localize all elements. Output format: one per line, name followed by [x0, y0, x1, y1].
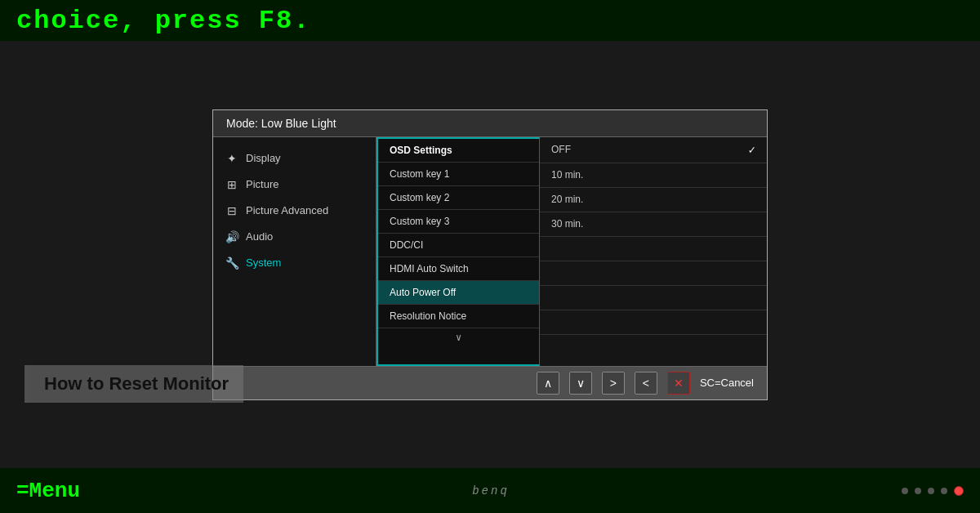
- sidebar-item-picture[interactable]: ⊞ Picture: [213, 172, 376, 198]
- submenu-hdmi-auto-switch[interactable]: HDMI Auto Switch: [378, 257, 539, 281]
- submenu-auto-power-off[interactable]: Auto Power Off: [378, 281, 539, 305]
- osd-content: ✦ Display ⊞ Picture ⊟ Picture Advanced 🔊…: [213, 137, 767, 366]
- audio-icon: 🔊: [225, 230, 239, 243]
- osd-header: Mode: Low Blue Light: [213, 110, 767, 137]
- osd-nav: ∧ ∨ > < ✕ SC=Cancel: [213, 366, 767, 399]
- sidebar-label-picture: Picture: [246, 178, 278, 190]
- picture-advanced-icon: ⊟: [225, 204, 239, 217]
- value-row-off: OFF ✓: [540, 137, 767, 163]
- value-row-20min: 20 min.: [540, 188, 767, 212]
- bottom-bar: =Menu benq: [0, 468, 980, 513]
- value-text-10min: 10 min.: [551, 169, 583, 181]
- monitor-display: Mode: Low Blue Light ✦ Display ⊞ Picture…: [0, 41, 980, 468]
- sidebar-label-system: System: [246, 256, 281, 269]
- mode-value: Low Blue Light: [261, 117, 336, 130]
- value-row-empty2: [540, 261, 767, 286]
- submenu-label-resolution-notice: Resolution Notice: [390, 310, 466, 322]
- submenu-custom-key-2[interactable]: Custom key 2: [378, 186, 539, 210]
- submenu-osd-settings[interactable]: OSD Settings: [378, 139, 539, 163]
- display-icon: ✦: [225, 152, 239, 165]
- osd-menu: Mode: Low Blue Light ✦ Display ⊞ Picture…: [212, 109, 768, 400]
- sidebar-item-display[interactable]: ✦ Display: [213, 145, 376, 172]
- submenu-custom-key-1[interactable]: Custom key 1: [378, 163, 539, 186]
- value-text-30min: 30 min.: [551, 218, 583, 230]
- nav-cancel-label: SC=Cancel: [700, 377, 754, 389]
- value-row-30min: 30 min.: [540, 212, 767, 237]
- nav-left-button[interactable]: <: [635, 372, 657, 395]
- picture-icon: ⊞: [225, 178, 239, 191]
- osd-submenu: OSD Settings Custom key 1 Custom key 2 C…: [376, 137, 540, 366]
- system-icon: 🔧: [225, 256, 239, 270]
- menu-label: =Menu: [16, 479, 80, 503]
- value-text-20min: 20 min.: [551, 194, 583, 205]
- monitor-btn-1: [902, 488, 908, 494]
- bios-text-bar: choice, press F8.: [0, 0, 980, 41]
- submenu-label-custom-key-2: Custom key 2: [390, 192, 449, 203]
- osd-values: OFF ✓ 10 min. 20 min. 30 min.: [540, 137, 767, 366]
- submenu-label-custom-key-3: Custom key 3: [390, 216, 449, 227]
- submenu-resolution-notice[interactable]: Resolution Notice: [378, 305, 539, 328]
- submenu-ddcci[interactable]: DDC/CI: [378, 234, 539, 257]
- brand-logo: benq: [472, 484, 510, 497]
- submenu-more-indicator: ∨: [378, 328, 539, 347]
- nav-down-button[interactable]: ∨: [569, 372, 592, 395]
- value-row-10min: 10 min.: [540, 163, 767, 188]
- submenu-label-auto-power-off: Auto Power Off: [390, 287, 456, 298]
- osd-sidebar: ✦ Display ⊞ Picture ⊟ Picture Advanced 🔊…: [213, 137, 376, 366]
- value-text-off: OFF: [551, 144, 571, 155]
- submenu-custom-key-3[interactable]: Custom key 3: [378, 210, 539, 234]
- monitor-power-button[interactable]: [954, 486, 964, 496]
- monitor-bottom-controls: [902, 486, 964, 496]
- nav-right-button[interactable]: >: [602, 372, 625, 395]
- value-row-empty3: [540, 286, 767, 310]
- nav-up-button[interactable]: ∧: [537, 372, 559, 395]
- sidebar-label-picture-advanced: Picture Advanced: [246, 204, 328, 216]
- nav-exit-button[interactable]: ✕: [667, 372, 690, 395]
- article-overlay: How to Reset Monitor: [24, 365, 243, 403]
- sidebar-item-picture-advanced[interactable]: ⊟ Picture Advanced: [213, 198, 376, 224]
- article-title: How to Reset Monitor: [44, 373, 229, 394]
- bios-text: choice, press F8.: [16, 6, 310, 36]
- sidebar-label-audio: Audio: [246, 230, 273, 243]
- sidebar-label-display: Display: [246, 152, 281, 164]
- submenu-label-hdmi-auto-switch: HDMI Auto Switch: [390, 263, 469, 274]
- submenu-label-custom-key-1: Custom key 1: [390, 168, 449, 180]
- submenu-label-ddcci: DDC/CI: [390, 239, 423, 251]
- monitor-btn-3: [928, 488, 934, 494]
- sidebar-item-audio[interactable]: 🔊 Audio: [213, 224, 376, 250]
- value-row-empty4: [540, 310, 767, 335]
- value-row-empty1: [540, 237, 767, 261]
- submenu-label-osd-settings: OSD Settings: [390, 145, 452, 156]
- mode-label: Mode:: [226, 117, 258, 130]
- monitor-btn-2: [915, 488, 921, 494]
- sidebar-item-system[interactable]: 🔧 System: [213, 250, 376, 276]
- monitor-btn-4: [941, 488, 947, 494]
- value-check-off: ✓: [749, 143, 755, 157]
